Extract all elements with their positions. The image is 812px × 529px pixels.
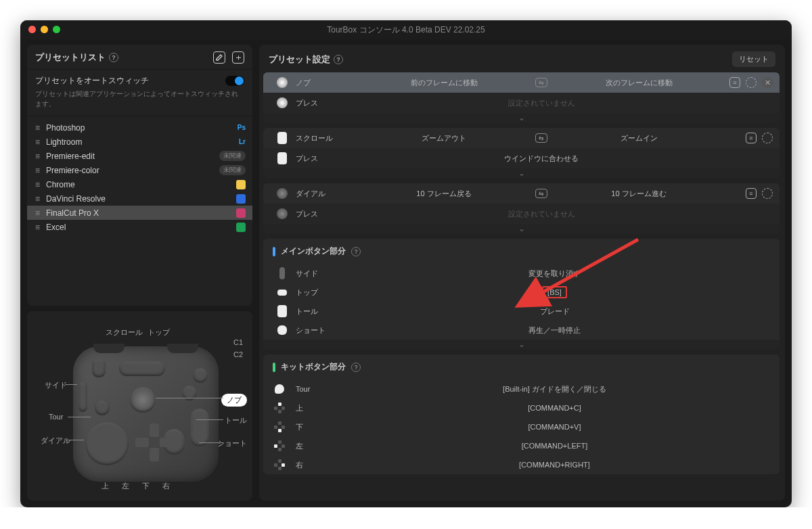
scroll-icon	[277, 132, 287, 144]
button-action: [BS]	[357, 288, 752, 296]
drag-handle-icon[interactable]: ≡	[35, 152, 39, 161]
settings-scroll[interactable]: ノブ 前のフレームに移動 ⇆ 次のフレームに移動 ≡ ✕ プレス 設定されていま…	[259, 72, 785, 501]
drag-handle-icon[interactable]: ≡	[35, 180, 39, 189]
preset-row-photoshop[interactable]: ≡ PhotoshopPs	[27, 120, 252, 135]
preset-row-premiere-color[interactable]: ≡ Premiere-color未関連	[27, 163, 252, 177]
reset-button[interactable]: リセット	[732, 51, 775, 67]
kit-button-row[interactable]: Tour [Built-in] ガイドを開く／閉じる	[263, 380, 780, 398]
preset-row-excel[interactable]: ≡ Excel	[27, 220, 252, 234]
button-name: 左	[296, 441, 357, 451]
button-name: 右	[296, 460, 357, 470]
short-icon	[277, 325, 287, 335]
action-ccw: ズームアウト	[360, 133, 528, 143]
diagram-label-top: トップ	[148, 327, 170, 338]
preset-row-chrome[interactable]: ≡ Chrome	[27, 177, 252, 191]
main-button-row[interactable]: トップ [BS]	[263, 283, 780, 302]
scroll-icon	[277, 152, 287, 164]
rotary-group: ダイアル 10 フレーム戻る ⇆ 10 フレーム進む ≡ プレス 設定されていま…	[263, 183, 780, 233]
preset-row-premiere-edit[interactable]: ≡ Premiere-edit未関連	[27, 149, 252, 163]
preset-name: Photoshop	[46, 123, 231, 133]
window-title: TourBox コンソール 4.0 Beta DEV 22.02.25	[327, 24, 484, 36]
device-knob	[130, 387, 156, 413]
diagram-label-right: 右	[162, 481, 170, 491]
preset-name: Chrome	[46, 180, 229, 189]
knob-icon	[277, 97, 288, 108]
drag-handle-icon[interactable]: ≡	[35, 166, 39, 175]
zoom-window-button[interactable]	[53, 26, 60, 33]
drag-handle-icon[interactable]: ≡	[35, 123, 39, 133]
main-button-row[interactable]: トール ブレード	[263, 302, 780, 321]
device-dial	[85, 422, 129, 465]
button-name: サイド	[296, 269, 357, 279]
expand-icon[interactable]: ⌄	[263, 340, 780, 349]
kit-button-row[interactable]: 右 [COMMAND+RIGHT]	[263, 455, 780, 474]
add-preset-icon[interactable]: ＋	[232, 51, 244, 64]
hud-icon[interactable]: ≡	[746, 188, 757, 199]
help-icon[interactable]: ?	[351, 363, 361, 372]
button-action: [COMMAND+V]	[357, 423, 752, 431]
preset-row-finalcut-pro-x[interactable]: ≡ FinalCut Pro X	[27, 206, 252, 220]
loading-icon	[762, 133, 773, 143]
close-icon[interactable]: ✕	[762, 77, 773, 88]
knob-icon	[277, 77, 288, 88]
section-title: キットボタン部分	[281, 361, 346, 373]
kit-button-row[interactable]: 上 [COMMAND+C]	[263, 398, 780, 417]
expand-icon[interactable]: ⌄	[263, 224, 780, 233]
press-row[interactable]: プレス 設定されていません	[263, 204, 780, 224]
rotary-row[interactable]: ダイアル 10 フレーム戻る ⇆ 10 フレーム進む ≡	[263, 183, 780, 204]
action-press: 設定されていません	[360, 209, 723, 219]
expand-icon[interactable]: ⌄	[263, 168, 780, 178]
hud-icon[interactable]: ≡	[729, 77, 740, 88]
device-tour-button	[95, 400, 110, 415]
minimize-window-button[interactable]	[41, 26, 48, 33]
help-icon[interactable]: ?	[334, 55, 343, 64]
press-row[interactable]: プレス 設定されていません	[263, 93, 780, 113]
device-scroll-wheel	[92, 359, 106, 377]
help-icon[interactable]: ?	[351, 247, 361, 256]
preset-row-lightroom[interactable]: ≡ LightroomLr	[27, 135, 252, 149]
app-icon	[236, 180, 246, 189]
preset-name: Excel	[46, 223, 229, 232]
close-window-button[interactable]	[28, 26, 36, 33]
hud-icon[interactable]: ≡	[746, 133, 757, 143]
dpad-right-icon	[274, 459, 285, 470]
loading-icon	[762, 188, 773, 199]
rotary-row[interactable]: スクロール ズームアウト ⇆ ズームイン ≡	[263, 128, 780, 148]
device-top-button	[119, 361, 165, 376]
press-row[interactable]: プレス ウインドウに合わせる	[263, 148, 780, 168]
separator-icon: ⇆	[528, 189, 555, 198]
drag-handle-icon[interactable]: ≡	[35, 194, 39, 204]
separator-icon: ⇆	[528, 133, 555, 143]
drag-handle-icon[interactable]: ≡	[35, 137, 39, 147]
diagram-label-left: 左	[122, 481, 129, 491]
action-ccw: 前のフレームに移動	[360, 78, 528, 88]
diagram-label-scroll: スクロール	[106, 327, 143, 338]
button-action: [Built-in] ガイドを開く／閉じる	[357, 384, 752, 394]
button-name: トール	[296, 306, 357, 317]
app-icon	[236, 194, 246, 204]
device-side-button	[78, 382, 87, 412]
app-tag: Lr	[239, 138, 246, 145]
drag-handle-icon[interactable]: ≡	[35, 223, 39, 232]
section-title: メインボタン部分	[281, 246, 346, 257]
autoswitch-toggle[interactable]	[225, 76, 244, 86]
titlebar: TourBox コンソール 4.0 Beta DEV 22.02.25	[20, 20, 792, 39]
drag-handle-icon[interactable]: ≡	[35, 208, 39, 218]
main-button-row[interactable]: ショート 再生／一時停止	[263, 321, 780, 340]
main-button-row[interactable]: サイド 変更を取り消す	[263, 264, 780, 283]
rotary-row[interactable]: ノブ 前のフレームに移動 ⇆ 次のフレームに移動 ≡ ✕	[263, 72, 780, 93]
tall-icon	[277, 305, 287, 317]
preset-row-davinci-resolve[interactable]: ≡ DaVinci Resolve	[27, 191, 252, 206]
preset-settings-title: プリセット設定	[269, 53, 330, 66]
kit-button-row[interactable]: 下 [COMMAND+V]	[263, 417, 780, 436]
help-icon[interactable]: ?	[109, 53, 118, 62]
kit-button-row[interactable]: 左 [COMMAND+LEFT]	[263, 436, 780, 455]
preset-name: Premiere-edit	[46, 152, 212, 161]
app-icon	[236, 208, 246, 218]
tour-icon	[275, 384, 284, 394]
control-name: プレス	[296, 209, 360, 219]
button-name: ショート	[296, 325, 357, 336]
expand-icon[interactable]: ⌄	[263, 113, 780, 122]
edit-preset-icon[interactable]	[213, 51, 225, 64]
section-header: メインボタン部分 ?	[263, 239, 780, 264]
